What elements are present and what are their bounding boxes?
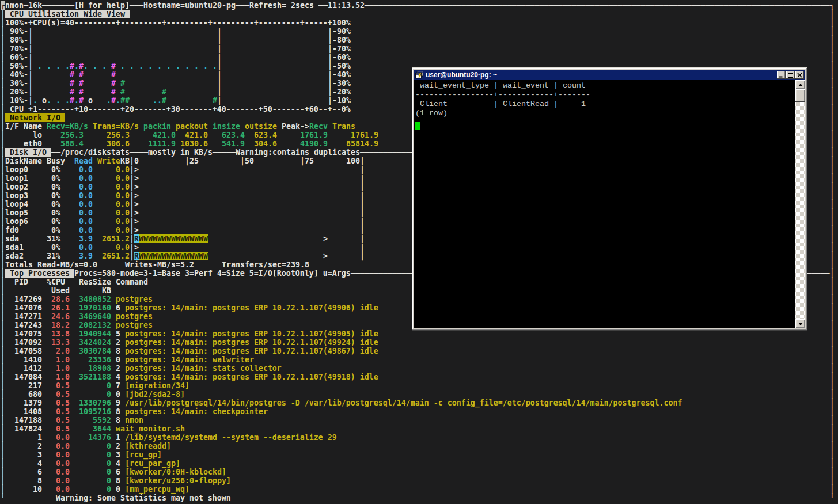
proc-row-command: postgres: 14/main: postgres ERP 10.72.1.… <box>125 338 378 347</box>
cpu-chart-point: . <box>107 96 111 105</box>
border-right: │ <box>830 148 835 157</box>
disk-bar-peak: > <box>134 209 139 217</box>
proc-row-digit: 1 <box>116 433 120 442</box>
proc-row-cpu: 0.0 <box>56 468 70 476</box>
terminal-cursor <box>415 122 420 130</box>
proc-row-digit: 6 <box>116 468 120 476</box>
putty-titlebar[interactable]: user@ubuntu20-pg: ~ <box>414 70 805 80</box>
bottom-line: ────────────────────────────────────────… <box>231 494 829 502</box>
border-left: │ <box>1 157 5 165</box>
disk-scale: 100| <box>346 157 365 165</box>
proc-row-ressize: 18908 <box>88 364 111 373</box>
net-row-value: 4190.9 <box>300 139 328 148</box>
border-right: │ <box>830 278 835 286</box>
proc-row-cpu: 0.5 <box>56 390 70 399</box>
cpu-chart-point: # <box>79 62 84 70</box>
banner-line: ─ <box>24 1 28 10</box>
border-right: │ <box>830 62 835 70</box>
cpu-chart-point: . <box>56 96 60 105</box>
net-col-recv: Recv=KB/s <box>47 122 88 131</box>
cpu-axis-right: |-40% <box>328 70 351 79</box>
cpu-chart-point: . <box>56 62 60 70</box>
proc-row-cpu: 13.8 <box>51 329 70 338</box>
disk-row-busy: 0% <box>51 243 60 252</box>
maximize-icon <box>788 73 793 78</box>
cpu-axis-left: 80%-| <box>5 36 33 44</box>
cursor-block: ┌ <box>1 1 5 10</box>
proc-row-ressize: 3469640 <box>79 312 111 321</box>
border-corner: └ <box>1 494 5 502</box>
disk-bar-end: | <box>360 243 365 252</box>
border-right: │ <box>830 476 835 485</box>
border-left: │ <box>1 209 5 217</box>
minimize-button[interactable] <box>777 71 786 79</box>
cpu-chart-point: . <box>130 62 134 70</box>
cpu-chart-point: # <box>125 96 130 105</box>
disk-bar-axis: | <box>130 209 134 217</box>
proc-row-ressize: 14376 <box>88 433 111 442</box>
proc-row-command: [rcu_par_gp] <box>125 459 180 468</box>
scrollbar[interactable] <box>795 80 805 328</box>
cpu-chart-point: # <box>70 96 74 105</box>
close-button[interactable] <box>795 71 804 79</box>
bottom-line: ─────────── <box>5 494 56 502</box>
net-col-insize: insize <box>213 122 240 131</box>
cpu-axis-right: |-10% <box>328 96 351 105</box>
disk-bar-peak: > <box>134 243 139 252</box>
cpu-chart-point: # <box>111 96 116 105</box>
disk-row-write: 0.0 <box>116 209 130 217</box>
proc-row-ressize: 0 <box>107 476 111 485</box>
disk-row-read: 0.0 <box>79 217 93 226</box>
cpu-axis-right: |-70% <box>328 44 351 53</box>
scroll-down-button[interactable] <box>795 319 805 328</box>
section-top-title: Top Processes <box>5 269 74 278</box>
border-left: │ <box>1 200 5 209</box>
border-left: │ <box>1 165 5 174</box>
proc-row-ressize: 23336 <box>88 355 111 364</box>
border-left: │ <box>1 260 5 269</box>
border-left: │ <box>1 347 5 355</box>
maximize-button[interactable] <box>786 71 795 79</box>
proc-row-command: postgres <box>116 312 153 321</box>
cpu-chart-point: . <box>84 62 88 70</box>
cpu-chart-point: # <box>70 88 74 96</box>
putty-icon <box>415 71 423 79</box>
disk-row-name: loop4 <box>5 200 28 209</box>
proc-row-command: [rcu_gp] <box>125 450 162 459</box>
cpu-chart-point: . <box>33 96 37 105</box>
cpu-chart-point: . <box>65 96 70 105</box>
proc-row-pid: 2 <box>37 442 42 450</box>
border-left: │ <box>1 304 5 312</box>
proc-row-digit: 5 <box>116 329 120 338</box>
cpu-axis-left: 40%-| <box>5 70 33 79</box>
proc-row-command: postgres: 14/main: postgres ERP 10.72.1.… <box>125 304 378 312</box>
scrollbar-thumb[interactable] <box>795 89 805 102</box>
proc-row-pid: 147271 <box>14 312 42 321</box>
disk-row-busy: 0% <box>51 217 60 226</box>
cpu-axis-mid: | <box>217 44 222 53</box>
proc-row-pid: 147075 <box>14 329 42 338</box>
scroll-up-button[interactable] <box>795 80 805 89</box>
net-row-value: 623.4 <box>254 131 277 139</box>
banner-line: ─── <box>236 1 249 10</box>
border-right: │ <box>830 70 835 79</box>
disk-bar-peak: > <box>323 252 328 260</box>
disk-row-write: 0.0 <box>116 183 130 191</box>
cpu-scale-bottom: CPU +1--------+10-------+20-------+30---… <box>5 105 351 113</box>
net-row-value: 256.3 <box>60 131 84 139</box>
cpu-axis-mid: | <box>217 79 222 88</box>
proc-row-pid: 147076 <box>14 304 42 312</box>
border-left: │ <box>1 364 5 373</box>
cpu-axis-mid: | <box>217 96 222 105</box>
disk-bar-axis: | <box>130 200 134 209</box>
putty-terminal[interactable]: wait_event_type | wait_event | count ---… <box>414 80 795 328</box>
border-right: │ <box>830 304 835 312</box>
proc-row-digit: 8 <box>116 476 120 485</box>
arrow-down-icon <box>798 323 803 325</box>
proc-row-digit: 8 <box>116 407 120 416</box>
disk-bar-axis: | <box>130 234 134 243</box>
proc-row-ressize: 5592 <box>93 416 111 425</box>
border-left: │ <box>1 312 5 321</box>
border-right: │ <box>830 252 835 260</box>
cpu-chart-point: . <box>157 96 162 105</box>
